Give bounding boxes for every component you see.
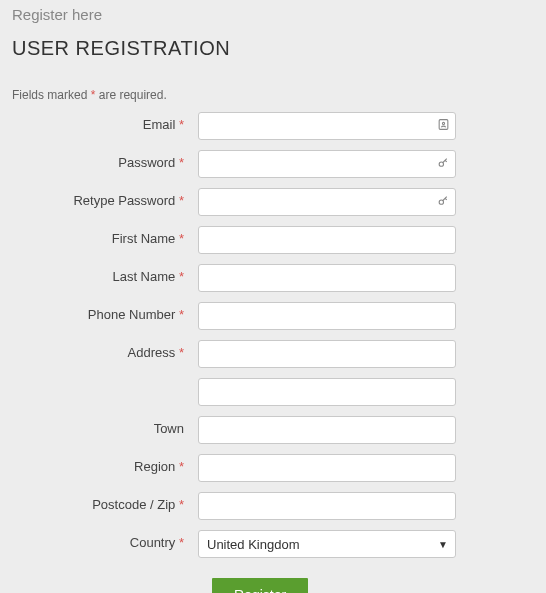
- town-label: Town: [12, 416, 198, 436]
- email-label: Email *: [12, 112, 198, 132]
- country-label: Country *: [12, 530, 198, 550]
- first-name-field[interactable]: [198, 226, 456, 254]
- last-name-label-text: Last Name: [112, 269, 175, 284]
- key-icon: [437, 194, 450, 210]
- region-label: Region *: [12, 454, 198, 474]
- country-label-text: Country: [130, 535, 176, 550]
- required-asterisk: *: [179, 193, 184, 208]
- password-label: Password *: [12, 150, 198, 170]
- address-label-text: Address: [128, 345, 176, 360]
- required-asterisk: *: [179, 231, 184, 246]
- required-note: Fields marked * are required.: [12, 88, 534, 102]
- required-asterisk: *: [179, 459, 184, 474]
- postcode-field[interactable]: [198, 492, 456, 520]
- region-field[interactable]: [198, 454, 456, 482]
- required-note-suffix: are required.: [95, 88, 166, 102]
- required-note-prefix: Fields marked: [12, 88, 91, 102]
- first-name-label: First Name *: [12, 226, 198, 246]
- address-label: Address *: [12, 340, 198, 360]
- page-title: USER REGISTRATION: [12, 37, 534, 60]
- last-name-field[interactable]: [198, 264, 456, 292]
- password-field[interactable]: [198, 150, 456, 178]
- svg-point-2: [439, 162, 443, 166]
- phone-field[interactable]: [198, 302, 456, 330]
- svg-point-3: [439, 200, 443, 204]
- postcode-label-text: Postcode / Zip: [92, 497, 175, 512]
- address-line1-field[interactable]: [198, 340, 456, 368]
- email-label-text: Email: [143, 117, 176, 132]
- required-asterisk: *: [179, 155, 184, 170]
- required-asterisk: *: [179, 497, 184, 512]
- postcode-label: Postcode / Zip *: [12, 492, 198, 512]
- phone-label: Phone Number *: [12, 302, 198, 322]
- retype-password-field[interactable]: [198, 188, 456, 216]
- retype-password-label: Retype Password *: [12, 188, 198, 208]
- required-asterisk: *: [179, 535, 184, 550]
- registration-form: Email * Password *: [12, 112, 534, 593]
- address-line2-label: [12, 378, 198, 383]
- town-field[interactable]: [198, 416, 456, 444]
- required-asterisk: *: [179, 345, 184, 360]
- key-icon: [437, 156, 450, 172]
- page-subtitle: Register here: [12, 6, 534, 23]
- country-select[interactable]: United Kingdom: [198, 530, 456, 558]
- region-label-text: Region: [134, 459, 175, 474]
- register-button[interactable]: Register: [212, 578, 308, 593]
- required-asterisk: *: [179, 307, 184, 322]
- email-field[interactable]: [198, 112, 456, 140]
- required-asterisk: *: [179, 117, 184, 132]
- contact-icon: [437, 118, 450, 134]
- retype-password-label-text: Retype Password: [73, 193, 175, 208]
- password-label-text: Password: [118, 155, 175, 170]
- first-name-label-text: First Name: [112, 231, 176, 246]
- last-name-label: Last Name *: [12, 264, 198, 284]
- town-label-text: Town: [154, 421, 184, 436]
- address-line2-field[interactable]: [198, 378, 456, 406]
- phone-label-text: Phone Number: [88, 307, 175, 322]
- required-asterisk: *: [179, 269, 184, 284]
- svg-point-1: [442, 122, 444, 124]
